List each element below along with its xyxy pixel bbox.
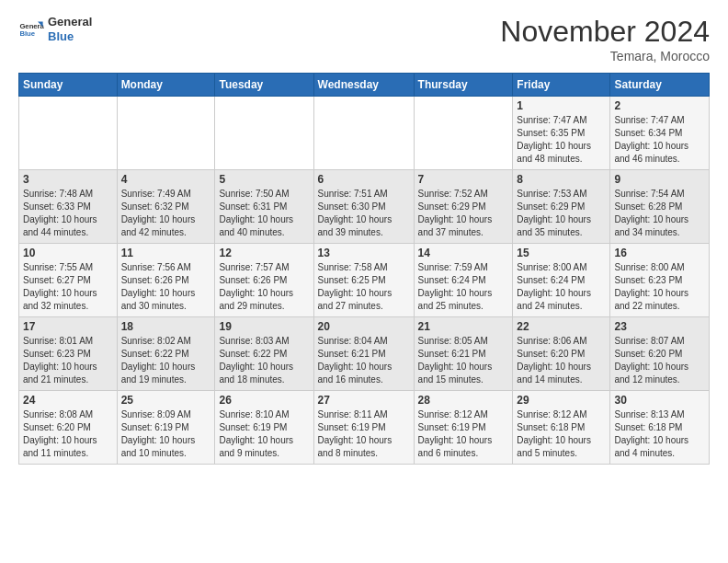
day-info: Sunrise: 8:08 AM Sunset: 6:20 PM Dayligh… [23, 408, 113, 460]
calendar-cell-2-6: 8Sunrise: 7:53 AM Sunset: 6:29 PM Daylig… [513, 170, 610, 244]
day-info: Sunrise: 7:54 AM Sunset: 6:28 PM Dayligh… [614, 188, 705, 239]
calendar: Sunday Monday Tuesday Wednesday Thursday… [18, 73, 710, 465]
day-info: Sunrise: 8:00 AM Sunset: 6:24 PM Dayligh… [517, 261, 606, 313]
day-info: Sunrise: 8:00 AM Sunset: 6:23 PM Dayligh… [614, 261, 705, 313]
calendar-cell-1-4 [313, 97, 414, 170]
col-friday: Friday [513, 74, 610, 97]
calendar-cell-1-6: 1Sunrise: 7:47 AM Sunset: 6:35 PM Daylig… [513, 97, 610, 170]
calendar-cell-3-6: 15Sunrise: 8:00 AM Sunset: 6:24 PM Dayli… [513, 244, 610, 317]
day-number: 16 [614, 247, 705, 259]
logo-blue: Blue [48, 29, 92, 44]
calendar-cell-2-4: 6Sunrise: 7:51 AM Sunset: 6:30 PM Daylig… [313, 170, 414, 244]
day-info: Sunrise: 7:58 AM Sunset: 6:25 PM Dayligh… [318, 261, 410, 313]
col-wednesday: Wednesday [313, 74, 414, 97]
day-info: Sunrise: 7:56 AM Sunset: 6:26 PM Dayligh… [121, 261, 211, 313]
col-thursday: Thursday [414, 74, 513, 97]
calendar-cell-4-4: 20Sunrise: 8:04 AM Sunset: 6:21 PM Dayli… [313, 317, 414, 391]
day-number: 14 [418, 247, 509, 259]
calendar-cell-1-7: 2Sunrise: 7:47 AM Sunset: 6:34 PM Daylig… [610, 97, 710, 170]
calendar-cell-2-3: 5Sunrise: 7:50 AM Sunset: 6:31 PM Daylig… [215, 170, 313, 244]
day-info: Sunrise: 7:55 AM Sunset: 6:27 PM Dayligh… [23, 261, 113, 313]
header: General Blue General Blue November 2024 … [18, 15, 710, 63]
logo: General Blue General Blue [18, 15, 92, 43]
calendar-cell-4-7: 23Sunrise: 8:07 AM Sunset: 6:20 PM Dayli… [610, 317, 710, 391]
calendar-cell-2-5: 7Sunrise: 7:52 AM Sunset: 6:29 PM Daylig… [414, 170, 513, 244]
calendar-cell-4-5: 21Sunrise: 8:05 AM Sunset: 6:21 PM Dayli… [414, 317, 513, 391]
day-number: 7 [418, 173, 509, 186]
day-info: Sunrise: 8:05 AM Sunset: 6:21 PM Dayligh… [418, 335, 509, 386]
calendar-cell-5-5: 28Sunrise: 8:12 AM Sunset: 6:19 PM Dayli… [414, 391, 513, 465]
day-info: Sunrise: 7:52 AM Sunset: 6:29 PM Dayligh… [418, 188, 509, 239]
calendar-cell-2-2: 4Sunrise: 7:49 AM Sunset: 6:32 PM Daylig… [117, 170, 215, 244]
day-info: Sunrise: 8:01 AM Sunset: 6:23 PM Dayligh… [23, 335, 113, 386]
day-info: Sunrise: 7:49 AM Sunset: 6:32 PM Dayligh… [121, 188, 211, 239]
day-number: 26 [219, 394, 309, 407]
day-number: 19 [219, 320, 309, 333]
calendar-cell-5-2: 25Sunrise: 8:09 AM Sunset: 6:19 PM Dayli… [117, 391, 215, 465]
calendar-cell-1-1 [19, 97, 118, 170]
calendar-cell-4-2: 18Sunrise: 8:02 AM Sunset: 6:22 PM Dayli… [117, 317, 215, 391]
calendar-cell-2-7: 9Sunrise: 7:54 AM Sunset: 6:28 PM Daylig… [610, 170, 710, 244]
col-sunday: Sunday [19, 74, 118, 97]
day-number: 8 [517, 173, 606, 186]
title-block: November 2024 Temara, Morocco [500, 15, 710, 63]
day-info: Sunrise: 8:10 AM Sunset: 6:19 PM Dayligh… [219, 408, 309, 460]
calendar-cell-1-5 [414, 97, 513, 170]
calendar-cell-3-5: 14Sunrise: 7:59 AM Sunset: 6:24 PM Dayli… [414, 244, 513, 317]
calendar-week-1: 1Sunrise: 7:47 AM Sunset: 6:35 PM Daylig… [19, 97, 710, 170]
day-number: 23 [614, 320, 705, 333]
location: Temara, Morocco [500, 49, 710, 63]
calendar-body: 1Sunrise: 7:47 AM Sunset: 6:35 PM Daylig… [19, 97, 710, 465]
day-info: Sunrise: 8:09 AM Sunset: 6:19 PM Dayligh… [121, 408, 211, 460]
col-tuesday: Tuesday [215, 74, 313, 97]
day-number: 29 [517, 394, 606, 407]
day-info: Sunrise: 7:47 AM Sunset: 6:34 PM Dayligh… [614, 114, 705, 166]
day-info: Sunrise: 7:47 AM Sunset: 6:35 PM Dayligh… [517, 114, 606, 166]
calendar-header: Sunday Monday Tuesday Wednesday Thursday… [19, 74, 710, 97]
calendar-cell-4-1: 17Sunrise: 8:01 AM Sunset: 6:23 PM Dayli… [19, 317, 118, 391]
svg-text:Blue: Blue [19, 29, 35, 38]
calendar-week-4: 17Sunrise: 8:01 AM Sunset: 6:23 PM Dayli… [19, 317, 710, 391]
calendar-cell-5-7: 30Sunrise: 8:13 AM Sunset: 6:18 PM Dayli… [610, 391, 710, 465]
day-number: 10 [23, 247, 113, 259]
day-number: 12 [219, 247, 309, 259]
day-number: 28 [418, 394, 509, 407]
day-number: 2 [614, 99, 705, 112]
calendar-cell-3-1: 10Sunrise: 7:55 AM Sunset: 6:27 PM Dayli… [19, 244, 118, 317]
logo-general: General [48, 15, 92, 29]
header-row: Sunday Monday Tuesday Wednesday Thursday… [19, 74, 710, 97]
day-info: Sunrise: 8:02 AM Sunset: 6:22 PM Dayligh… [121, 335, 211, 386]
day-number: 9 [614, 173, 705, 186]
day-number: 22 [517, 320, 606, 333]
day-number: 27 [318, 394, 410, 407]
day-info: Sunrise: 7:48 AM Sunset: 6:33 PM Dayligh… [23, 188, 113, 239]
calendar-cell-1-2 [117, 97, 215, 170]
day-number: 17 [23, 320, 113, 333]
day-info: Sunrise: 8:06 AM Sunset: 6:20 PM Dayligh… [517, 335, 606, 386]
day-number: 21 [418, 320, 509, 333]
calendar-cell-5-4: 27Sunrise: 8:11 AM Sunset: 6:19 PM Dayli… [313, 391, 414, 465]
calendar-cell-5-1: 24Sunrise: 8:08 AM Sunset: 6:20 PM Dayli… [19, 391, 118, 465]
calendar-cell-3-7: 16Sunrise: 8:00 AM Sunset: 6:23 PM Dayli… [610, 244, 710, 317]
logo-icon: General Blue [18, 17, 44, 42]
day-number: 11 [121, 247, 211, 259]
day-info: Sunrise: 7:57 AM Sunset: 6:26 PM Dayligh… [219, 261, 309, 313]
day-number: 1 [517, 99, 606, 112]
day-info: Sunrise: 7:51 AM Sunset: 6:30 PM Dayligh… [318, 188, 410, 239]
day-info: Sunrise: 7:50 AM Sunset: 6:31 PM Dayligh… [219, 188, 309, 239]
page: General Blue General Blue November 2024 … [0, 0, 728, 476]
day-info: Sunrise: 8:12 AM Sunset: 6:19 PM Dayligh… [418, 408, 509, 460]
calendar-cell-4-3: 19Sunrise: 8:03 AM Sunset: 6:22 PM Dayli… [215, 317, 313, 391]
day-number: 3 [23, 173, 113, 186]
month-title: November 2024 [500, 15, 710, 49]
calendar-cell-3-3: 12Sunrise: 7:57 AM Sunset: 6:26 PM Dayli… [215, 244, 313, 317]
calendar-week-2: 3Sunrise: 7:48 AM Sunset: 6:33 PM Daylig… [19, 170, 710, 244]
day-info: Sunrise: 7:59 AM Sunset: 6:24 PM Dayligh… [418, 261, 509, 313]
calendar-cell-5-6: 29Sunrise: 8:12 AM Sunset: 6:18 PM Dayli… [513, 391, 610, 465]
calendar-week-3: 10Sunrise: 7:55 AM Sunset: 6:27 PM Dayli… [19, 244, 710, 317]
calendar-cell-4-6: 22Sunrise: 8:06 AM Sunset: 6:20 PM Dayli… [513, 317, 610, 391]
day-number: 15 [517, 247, 606, 259]
calendar-cell-3-4: 13Sunrise: 7:58 AM Sunset: 6:25 PM Dayli… [313, 244, 414, 317]
day-info: Sunrise: 8:03 AM Sunset: 6:22 PM Dayligh… [219, 335, 309, 386]
calendar-cell-5-3: 26Sunrise: 8:10 AM Sunset: 6:19 PM Dayli… [215, 391, 313, 465]
